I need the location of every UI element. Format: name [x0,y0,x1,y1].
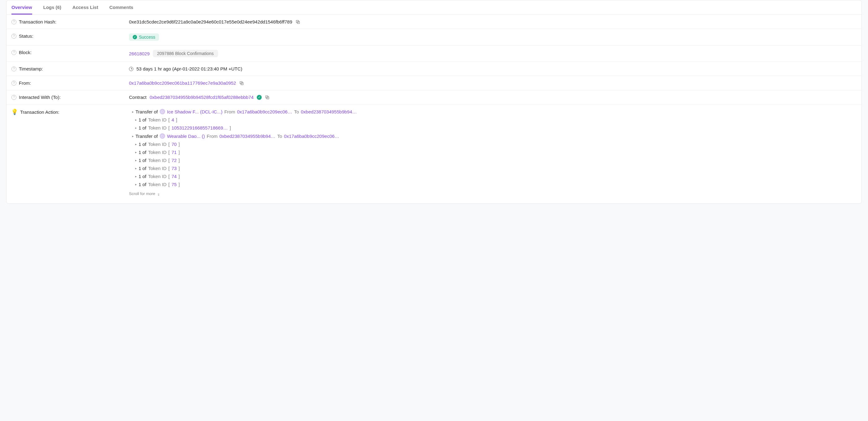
help-icon[interactable]: ? [11,50,17,55]
label-text: From: [19,80,31,86]
overview-content: ? Transaction Hash: 0xe31dc5cdec2ce9d6f2… [6,15,862,203]
caret-icon: ▸ [135,151,137,154]
caret-icon: ▸ [135,142,137,146]
confirmations-badge: 2097886 Block Confirmations [153,50,218,57]
tab-logs[interactable]: Logs (6) [43,0,61,14]
label-text: Timestamp: [19,66,43,71]
help-icon[interactable]: ? [11,81,17,86]
chevrons-down-icon: ⌄⌄ [157,193,160,195]
value-tx-hash: 0xe31dc5cdec2ce9d6f221a9c0a0e294e60c017e… [129,19,857,25]
token-id-label: Token ID [148,182,166,187]
label-from: ? From: [11,80,129,86]
label-status: ? Status: [11,33,129,39]
help-icon[interactable]: ? [11,34,17,39]
qty: 1 of [138,182,146,187]
bracket: ] [179,141,180,147]
copy-icon[interactable] [239,81,244,86]
token-id-line: ▸ 1 of Token ID [70] [129,141,357,147]
token-id-link[interactable]: 74 [172,174,177,179]
help-icon[interactable]: ? [11,66,17,71]
clock-icon [129,67,133,71]
label-timestamp: ? Timestamp: [11,66,129,71]
token-id-link[interactable]: 4 [172,117,174,122]
from-addr-link[interactable]: 0xbed2387034955b9b94… [219,133,275,139]
token-id-label: Token ID [148,166,166,171]
caret-icon: ▸ [135,118,137,122]
lightbulb-icon: 💡 [11,109,18,115]
to-label: To [294,109,299,115]
from-address-link[interactable]: 0x17a6ba0b9cc209ec061ba117769ec7e9a30a09… [129,80,236,86]
row-block: ? Block: 26618029 2097886 Block Confirma… [6,45,862,62]
qty: 1 of [138,117,146,122]
bracket: [ [168,166,169,171]
value-timestamp: 53 days 1 hr ago (Apr-01-2022 01:23:40 P… [129,66,857,71]
qty: 1 of [138,158,146,163]
transfer-line: ▸ Transfer of ⬡ Ice Shadow F... (DCL-IC.… [129,109,357,115]
scroll-for-more[interactable]: Scroll for more ⌄⌄ [129,190,160,196]
token-id-link[interactable]: 73 [172,166,177,171]
block-link[interactable]: 26618029 [129,51,150,56]
token-name-link[interactable]: Wearable Dao... () [167,133,205,139]
token-id-line: ▸ 1 of Token ID [74] [129,174,357,179]
help-icon[interactable]: ? [11,20,17,25]
to-address-link[interactable]: 0xbed2387034955b9b94528fcd1f65af0288ebbb… [150,95,254,100]
token-id-link[interactable]: 70 [172,141,177,147]
tab-comments[interactable]: Comments [109,0,133,14]
timestamp-text: 53 days 1 hr ago (Apr-01-2022 01:23:40 P… [136,66,242,71]
action-list: ▸ Transfer of ⬡ Ice Shadow F... (DCL-IC.… [129,109,357,187]
caret-icon: ▸ [135,159,137,162]
label-tx-hash: ? Transaction Hash: [11,19,129,25]
bracket: [ [168,117,169,122]
value-tx-action: ▸ Transfer of ⬡ Ice Shadow F... (DCL-IC.… [129,109,857,196]
token-id-line: ▸ 1 of Token ID [73] [129,166,357,171]
from-addr-link[interactable]: 0x17a6ba0b9cc209ec06… [237,109,292,115]
row-interacted-with: ? Interacted With (To): Contract 0xbed23… [6,90,862,104]
token-id-label: Token ID [148,174,166,179]
to-addr-link[interactable]: 0xbed2387034955b9b94… [301,109,357,115]
bracket: ] [179,182,180,187]
label-text: Interacted With (To): [19,95,61,100]
caret-icon: ▸ [135,175,137,178]
label-interacted-with: ? Interacted With (To): [11,95,129,100]
label-text: Status: [19,33,33,39]
verified-icon: ✓ [257,95,262,100]
token-id-label: Token ID [148,141,166,147]
bracket: ] [179,174,180,179]
help-icon[interactable]: ? [11,95,17,100]
caret-icon: ▸ [135,183,137,186]
transfer-prefix: Transfer of [135,109,158,115]
token-id-label: Token ID [148,117,166,122]
bracket: ] [179,166,180,171]
token-id-link[interactable]: 71 [172,150,177,155]
token-name-link[interactable]: Ice Shadow F... (DCL-IC...) [167,109,222,115]
tabs: Overview Logs (6) Access List Comments [6,0,862,15]
copy-icon[interactable] [265,95,270,100]
row-status: ? Status: ✓ Success [6,29,862,45]
transaction-card: Overview Logs (6) Access List Comments ?… [6,0,862,204]
token-id-line: ▸ 1 of Token ID [4] [129,117,357,122]
value-status: ✓ Success [129,33,857,41]
token-id-line: ▸ 1 of Token ID [72] [129,158,357,163]
row-timestamp: ? Timestamp: 53 days 1 hr ago (Apr-01-20… [6,62,862,76]
token-id-label: Token ID [148,150,166,155]
to-addr-link[interactable]: 0x17a6ba0b9cc209ec06… [284,133,339,139]
qty: 1 of [138,166,146,171]
label-block: ? Block: [11,50,129,55]
bracket: ] [176,117,177,122]
bracket: [ [168,182,169,187]
caret-icon: ▸ [132,134,134,138]
from-label: From [207,133,217,139]
transfer-prefix: Transfer of [135,133,158,139]
tab-access-list[interactable]: Access List [72,0,98,14]
token-id-link[interactable]: 10531229166855718669… [172,125,228,130]
row-from: ? From: 0x17a6ba0b9cc209ec061ba117769ec7… [6,76,862,90]
token-id-link[interactable]: 75 [172,182,177,187]
to-label: To [277,133,282,139]
copy-icon[interactable] [296,20,300,25]
caret-icon: ▸ [135,167,137,170]
token-id-link[interactable]: 72 [172,158,177,163]
qty: 1 of [138,141,146,147]
bracket: [ [168,125,169,130]
check-circle-icon: ✓ [133,35,137,39]
tab-overview[interactable]: Overview [11,0,32,14]
